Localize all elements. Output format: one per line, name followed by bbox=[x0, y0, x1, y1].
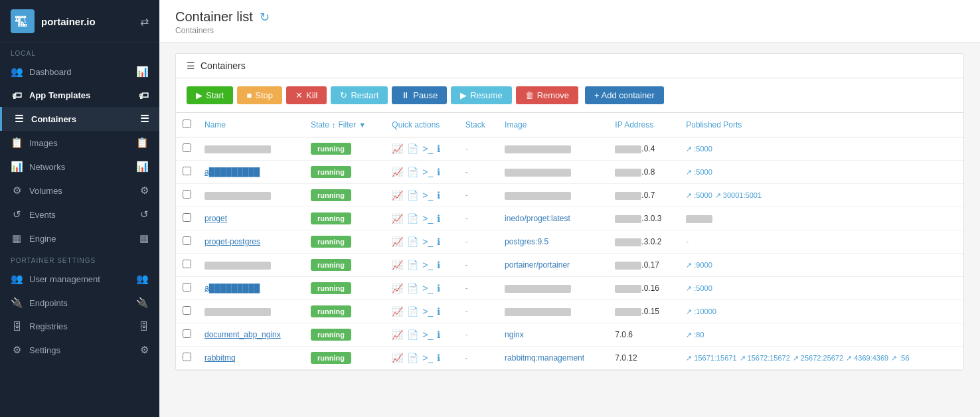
console-icon[interactable]: >_ bbox=[422, 306, 433, 317]
container-name-link[interactable]: document_abp_nginx bbox=[204, 330, 281, 339]
container-image[interactable]: postgres:9.5 bbox=[498, 230, 608, 254]
logs-icon[interactable]: 📄 bbox=[407, 190, 418, 201]
logs-icon[interactable]: 📄 bbox=[407, 236, 418, 247]
inspect-icon[interactable]: ℹ bbox=[437, 353, 440, 363]
row-checkbox[interactable] bbox=[183, 353, 191, 361]
inspect-icon[interactable]: ℹ bbox=[437, 283, 440, 293]
sidebar-item-images[interactable]: 📋 Images 📋 bbox=[0, 131, 159, 155]
pause-button[interactable]: ⏸ Pause bbox=[392, 86, 447, 104]
container-name[interactable] bbox=[198, 137, 304, 161]
inspect-icon[interactable]: ℹ bbox=[437, 167, 440, 177]
inspect-icon[interactable]: ℹ bbox=[437, 260, 440, 270]
port-link[interactable]: ↗ :5000 bbox=[686, 145, 712, 153]
refresh-icon[interactable]: ↻ bbox=[260, 10, 270, 25]
console-icon[interactable]: >_ bbox=[422, 260, 433, 270]
container-name[interactable]: document_abp_nginx bbox=[198, 323, 304, 347]
stats-icon[interactable]: 📈 bbox=[392, 306, 403, 317]
stats-icon[interactable]: 📈 bbox=[392, 329, 403, 340]
filter-icon[interactable]: ▼ bbox=[359, 121, 366, 129]
inspect-icon[interactable]: ℹ bbox=[437, 329, 440, 340]
sidebar-item-engine[interactable]: ▦ Engine ▦ bbox=[0, 226, 159, 250]
sort-icon[interactable]: ↕ bbox=[332, 121, 336, 129]
remove-button[interactable]: 🗑 Remove bbox=[516, 86, 578, 104]
stats-icon[interactable]: 📈 bbox=[392, 167, 403, 177]
container-image[interactable] bbox=[498, 277, 608, 300]
sidebar-item-settings[interactable]: ⚙ Settings ⚙ bbox=[0, 338, 159, 362]
container-name[interactable]: proget-postgres bbox=[198, 230, 304, 254]
row-checkbox[interactable] bbox=[183, 190, 191, 199]
container-image[interactable] bbox=[498, 184, 608, 207]
kill-button[interactable]: ✕ Kill bbox=[286, 86, 327, 104]
row-checkbox[interactable] bbox=[183, 283, 191, 292]
port-link[interactable]: ↗ :5000 bbox=[686, 191, 712, 200]
transfer-icon[interactable]: ⇄ bbox=[140, 15, 149, 28]
logs-icon[interactable]: 📄 bbox=[407, 306, 418, 317]
stats-icon[interactable]: 📈 bbox=[392, 143, 403, 154]
restart-button[interactable]: ↻ Restart bbox=[331, 86, 388, 104]
container-image[interactable]: portainer/portainer bbox=[498, 254, 608, 277]
logs-icon[interactable]: 📄 bbox=[407, 213, 418, 224]
sidebar-item-user-management[interactable]: 👥 User management 👥 bbox=[0, 267, 159, 291]
container-name[interactable] bbox=[198, 254, 304, 277]
container-image[interactable] bbox=[498, 161, 608, 184]
logs-icon[interactable]: 📄 bbox=[407, 260, 418, 270]
console-icon[interactable]: >_ bbox=[422, 236, 433, 247]
container-name[interactable]: a█████████ bbox=[198, 277, 304, 300]
start-button[interactable]: ▶ Start bbox=[187, 86, 233, 104]
container-name[interactable]: rabbitmq bbox=[198, 347, 304, 370]
inspect-icon[interactable]: ℹ bbox=[437, 143, 440, 154]
container-name[interactable]: a█████████ bbox=[198, 161, 304, 184]
sidebar-item-registries[interactable]: 🗄 Registries 🗄 bbox=[0, 315, 159, 338]
logs-icon[interactable]: 📄 bbox=[407, 329, 418, 340]
sidebar-item-networks[interactable]: 📊 Networks 📊 bbox=[0, 155, 159, 179]
stats-icon[interactable]: 📈 bbox=[392, 283, 403, 293]
container-name[interactable] bbox=[198, 300, 304, 323]
resume-button[interactable]: ▶ Resume bbox=[451, 86, 511, 104]
sidebar-item-endpoints[interactable]: 🔌 Endpoints 🔌 bbox=[0, 291, 159, 315]
row-checkbox[interactable] bbox=[183, 306, 191, 315]
port-link[interactable]: ↗ 15671:15671 bbox=[686, 354, 736, 363]
stats-icon[interactable]: 📈 bbox=[392, 190, 403, 201]
stats-icon[interactable]: 📈 bbox=[392, 353, 403, 363]
container-image[interactable] bbox=[498, 137, 608, 161]
port-link[interactable]: ↗ 25672:25672 bbox=[793, 354, 843, 363]
port-link[interactable]: ↗ :56 bbox=[891, 354, 909, 363]
container-name-link[interactable]: a█████████ bbox=[204, 167, 260, 177]
port-link[interactable]: ↗ :10000 bbox=[686, 307, 716, 316]
inspect-icon[interactable]: ℹ bbox=[437, 306, 440, 317]
logs-icon[interactable]: 📄 bbox=[407, 353, 418, 363]
inspect-icon[interactable]: ℹ bbox=[437, 213, 440, 224]
inspect-icon[interactable]: ℹ bbox=[437, 236, 440, 247]
sidebar-item-events[interactable]: ↺ Events ↺ bbox=[0, 203, 159, 226]
port-link[interactable]: ↗ 30001:5001 bbox=[715, 191, 762, 200]
select-all-checkbox[interactable] bbox=[183, 120, 191, 128]
container-name-link[interactable]: a█████████ bbox=[204, 284, 260, 293]
logs-icon[interactable]: 📄 bbox=[407, 143, 418, 154]
container-name-link[interactable]: proget bbox=[204, 214, 227, 223]
sidebar-item-containers[interactable]: ☰ Containers ☰ bbox=[0, 107, 159, 131]
inspect-icon[interactable]: ℹ bbox=[437, 190, 440, 201]
stats-icon[interactable]: 📈 bbox=[392, 213, 403, 224]
container-name-link[interactable]: rabbitmq bbox=[204, 353, 236, 363]
port-link[interactable]: ↗ :5000 bbox=[686, 284, 712, 293]
container-image[interactable] bbox=[498, 300, 608, 323]
row-checkbox[interactable] bbox=[183, 260, 191, 268]
port-link[interactable]: ↗ :80 bbox=[686, 331, 704, 339]
container-image[interactable]: inedo/proget:latest bbox=[498, 207, 608, 230]
container-name[interactable]: proget bbox=[198, 207, 304, 230]
row-checkbox[interactable] bbox=[183, 143, 191, 152]
row-checkbox[interactable] bbox=[183, 236, 191, 245]
stats-icon[interactable]: 📈 bbox=[392, 260, 403, 270]
console-icon[interactable]: >_ bbox=[422, 353, 433, 363]
add-container-button[interactable]: + Add container bbox=[585, 86, 664, 104]
row-checkbox[interactable] bbox=[183, 329, 191, 338]
port-link[interactable]: ↗ :5000 bbox=[686, 168, 712, 177]
sidebar-item-volumes[interactable]: ⚙ Volumes ⚙ bbox=[0, 179, 159, 203]
stats-icon[interactable]: 📈 bbox=[392, 236, 403, 247]
sidebar-item-app-templates[interactable]: 🏷 App Templates 🏷 bbox=[0, 84, 159, 107]
stop-button[interactable]: ■ Stop bbox=[237, 86, 282, 104]
console-icon[interactable]: >_ bbox=[422, 329, 433, 340]
console-icon[interactable]: >_ bbox=[422, 190, 433, 201]
container-image[interactable]: nginx bbox=[498, 323, 608, 347]
console-icon[interactable]: >_ bbox=[422, 167, 433, 177]
